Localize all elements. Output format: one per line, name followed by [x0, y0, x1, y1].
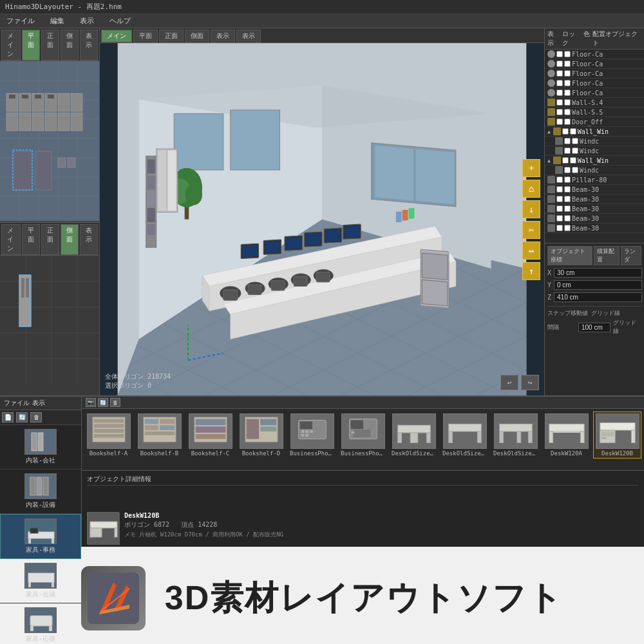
- cat-naiso-kaisha[interactable]: 内装-会社: [0, 425, 81, 469]
- cat-tool-3[interactable]: 🗑: [30, 412, 42, 422]
- lock-checkbox[interactable]: [562, 157, 569, 164]
- display-checkbox[interactable]: [564, 225, 571, 231]
- lock-checkbox[interactable]: [556, 186, 563, 193]
- cat-kagu-jimu[interactable]: 家具-事務: [0, 514, 81, 559]
- menu-view[interactable]: 表示: [76, 15, 98, 27]
- asset-deskoldsize-5a[interactable]: DeskOldSize5A: [440, 412, 489, 459]
- left-tab-plane[interactable]: 平面: [22, 30, 40, 61]
- lock-checkbox[interactable]: [556, 225, 563, 231]
- display-checkbox[interactable]: [564, 80, 571, 86]
- list-item[interactable]: Floor-Ca: [545, 50, 644, 59]
- lock-checkbox[interactable]: [556, 215, 563, 222]
- viewport-tab-side[interactable]: 側面: [185, 30, 209, 43]
- lock-checkbox[interactable]: [556, 176, 563, 183]
- list-item[interactable]: Wall-S.4: [545, 98, 644, 108]
- ctrl-zoom-in[interactable]: ＋: [522, 159, 540, 177]
- list-item[interactable]: Floor-Ca: [545, 79, 644, 88]
- lock-checkbox[interactable]: [556, 80, 563, 86]
- left-tab-side[interactable]: 側面: [61, 30, 79, 61]
- list-item[interactable]: Floor-Ca: [545, 59, 644, 69]
- asset-tool-delete[interactable]: 🗑: [110, 398, 120, 407]
- lock-checkbox[interactable]: [564, 167, 571, 173]
- list-item[interactable]: ▲ Wall_Win: [545, 156, 644, 166]
- list-item[interactable]: Beam-30: [545, 204, 644, 214]
- asset-tool-refresh[interactable]: 🔄: [98, 398, 108, 407]
- lock-checkbox[interactable]: [556, 51, 563, 57]
- list-item[interactable]: Pillar-80: [545, 175, 644, 185]
- viewport-tab-display[interactable]: 表示: [211, 30, 235, 43]
- lock-checkbox[interactable]: [556, 61, 563, 67]
- menu-file[interactable]: ファイル: [3, 15, 39, 27]
- undo-button[interactable]: ↩: [500, 375, 518, 390]
- lock-checkbox[interactable]: [556, 90, 563, 96]
- list-item[interactable]: Windc: [545, 166, 644, 175]
- display-checkbox[interactable]: [564, 196, 571, 202]
- display-checkbox[interactable]: [564, 109, 571, 115]
- list-item[interactable]: ▲ Wall_Win: [545, 127, 644, 137]
- left-bottom-tab-display[interactable]: 表示: [80, 224, 98, 255]
- asset-deskw120b[interactable]: DeskW120B: [593, 412, 641, 459]
- y-input[interactable]: [554, 280, 642, 290]
- cat-tool-2[interactable]: 🔄: [16, 412, 28, 422]
- lock-checkbox[interactable]: [556, 109, 563, 115]
- redo-button[interactable]: ↪: [521, 375, 539, 390]
- menu-help[interactable]: ヘルプ: [106, 15, 135, 27]
- list-item[interactable]: Floor-Ca: [545, 88, 644, 98]
- lock-checkbox[interactable]: [564, 138, 571, 144]
- left-bottom-tab-side[interactable]: 側面: [61, 224, 79, 255]
- list-item[interactable]: Beam-30: [545, 214, 644, 223]
- x-input[interactable]: [554, 268, 642, 278]
- left-bottom-tab-main[interactable]: メイン: [1, 224, 21, 255]
- display-checkbox[interactable]: [564, 186, 571, 193]
- lock-checkbox[interactable]: [556, 70, 563, 77]
- display-checkbox[interactable]: [564, 205, 571, 212]
- display-checkbox[interactable]: [564, 61, 571, 67]
- ctrl-home[interactable]: ⌂: [522, 180, 540, 198]
- lock-checkbox[interactable]: [556, 99, 563, 106]
- list-item[interactable]: Wall-S.5: [545, 108, 644, 117]
- interval-input[interactable]: [578, 323, 611, 332]
- lock-checkbox[interactable]: [564, 147, 571, 154]
- left-tab-display[interactable]: 表示: [80, 30, 98, 61]
- display-checkbox[interactable]: [572, 138, 578, 144]
- display-checkbox[interactable]: [564, 176, 571, 183]
- list-item[interactable]: Beam-30: [545, 194, 644, 204]
- lock-checkbox[interactable]: [556, 196, 563, 202]
- list-item[interactable]: Windc: [545, 137, 644, 146]
- asset-businessphone[interactable]: BusinessPhone: [288, 412, 336, 459]
- viewport-tab-plane[interactable]: 平面: [133, 30, 158, 43]
- asset-bookshelf-c[interactable]: Bookshelf-C: [186, 412, 234, 459]
- ctrl-cut[interactable]: ✂: [522, 221, 540, 239]
- cat-tool-1[interactable]: 📄: [2, 412, 14, 422]
- list-item[interactable]: Beam-30: [545, 185, 644, 194]
- list-item[interactable]: Beam-30: [545, 223, 644, 233]
- lock-checkbox[interactable]: [556, 118, 563, 125]
- left-bottom-tab-plane[interactable]: 平面: [22, 224, 40, 255]
- display-checkbox[interactable]: [570, 157, 576, 164]
- coord-tab-random[interactable]: ランダ: [621, 246, 641, 265]
- list-item[interactable]: Floor-Ca: [545, 69, 644, 79]
- display-checkbox[interactable]: [572, 147, 578, 154]
- cat-kagu-oto[interactable]: 家具-応接: [0, 603, 81, 644]
- z-input[interactable]: [554, 292, 642, 302]
- list-item[interactable]: Door_Off: [545, 117, 644, 127]
- asset-tool-camera[interactable]: 📷: [86, 398, 96, 407]
- cat-kagu-kaigi[interactable]: 家具-会議: [0, 559, 81, 603]
- lock-checkbox[interactable]: [556, 205, 563, 212]
- asset-deskoldsize-42d[interactable]: DeskOldSize42D: [390, 412, 438, 459]
- display-checkbox[interactable]: [564, 118, 571, 125]
- viewport-tab-main[interactable]: メイン: [101, 30, 132, 43]
- viewport-tab-extra[interactable]: 表示: [236, 30, 261, 43]
- asset-grid[interactable]: Bookshelf-A Bookshelf-B: [82, 409, 644, 470]
- display-checkbox[interactable]: [564, 70, 571, 77]
- menu-edit[interactable]: 編集: [46, 15, 68, 27]
- left-bottom-tab-front[interactable]: 正面: [41, 224, 59, 255]
- left-tab-main[interactable]: メイン: [1, 30, 21, 61]
- asset-businessphone-stand[interactable]: BusinessPhoneStand: [339, 412, 387, 459]
- object-list[interactable]: Floor-Ca Floor-Ca Floor-Ca Floor-Ca: [545, 50, 644, 243]
- asset-deskoldsize-5b[interactable]: DeskOldSize5B: [491, 412, 540, 459]
- display-checkbox[interactable]: [570, 128, 576, 135]
- display-checkbox[interactable]: [564, 51, 571, 57]
- ctrl-up[interactable]: ↑: [522, 262, 540, 280]
- asset-deskw120a[interactable]: DeskW120A: [542, 412, 591, 459]
